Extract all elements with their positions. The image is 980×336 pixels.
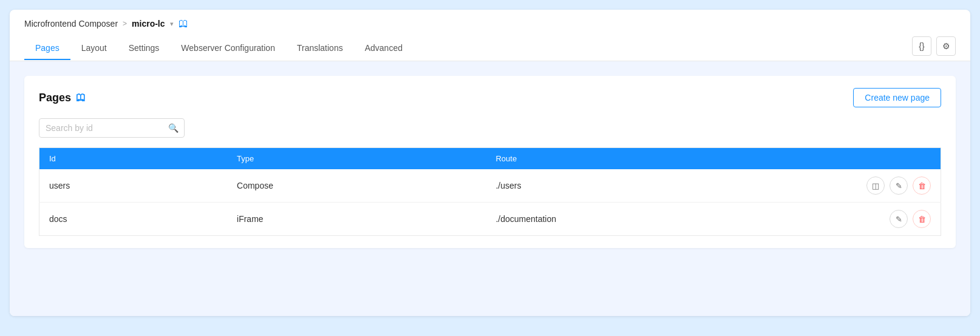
table-row: usersCompose./users◫✎🗑 bbox=[39, 169, 941, 203]
cell-type: iFrame bbox=[227, 203, 486, 236]
tab-advanced[interactable]: Advanced bbox=[354, 37, 413, 60]
edit-button[interactable]: ✎ bbox=[890, 176, 908, 195]
breadcrumb-dropdown-icon[interactable]: ▾ bbox=[170, 20, 174, 28]
pages-title: Pages 🕮 bbox=[39, 92, 86, 104]
nav-tabs: Pages Layout Settings Webserver Configur… bbox=[24, 37, 413, 60]
app-container: Microfrontend Composer > micro-lc ▾ 🕮 Pa… bbox=[10, 10, 970, 316]
action-buttons: ◫✎🗑 bbox=[866, 176, 931, 195]
code-editor-button[interactable]: {} bbox=[912, 36, 931, 56]
cell-type: Compose bbox=[227, 169, 486, 203]
nav-actions: {} ⚙ bbox=[912, 36, 956, 61]
breadcrumb: Microfrontend Composer > micro-lc ▾ 🕮 bbox=[24, 18, 956, 29]
table-row: docsiFrame./documentation✎🗑 bbox=[39, 203, 941, 236]
nav-row: Pages Layout Settings Webserver Configur… bbox=[24, 36, 956, 61]
breadcrumb-current[interactable]: micro-lc bbox=[132, 19, 165, 29]
create-new-page-button[interactable]: Create new page bbox=[853, 88, 941, 107]
tab-webserver[interactable]: Webserver Configuration bbox=[170, 37, 286, 60]
edit-button[interactable]: ✎ bbox=[890, 210, 908, 228]
compose-button[interactable]: ◫ bbox=[866, 176, 885, 195]
table-header-row: Id Type Route bbox=[39, 148, 941, 170]
cell-actions: ◫✎🗑 bbox=[857, 169, 941, 203]
delete-button[interactable]: 🗑 bbox=[913, 210, 931, 228]
gear-icon: ⚙ bbox=[942, 41, 950, 51]
cell-route: ./documentation bbox=[486, 203, 857, 236]
pages-card: Pages 🕮 Create new page 🔍 Id Type Route bbox=[24, 76, 956, 248]
pages-table: Id Type Route usersCompose./users◫✎🗑docs… bbox=[39, 147, 941, 236]
action-buttons: ✎🗑 bbox=[866, 210, 931, 228]
cell-route: ./users bbox=[486, 169, 857, 203]
pages-header: Pages 🕮 Create new page bbox=[39, 88, 941, 107]
col-type: Type bbox=[227, 148, 486, 170]
cell-id: docs bbox=[39, 203, 228, 236]
pages-title-text: Pages bbox=[39, 92, 71, 104]
col-id: Id bbox=[39, 148, 228, 170]
cell-actions: ✎🗑 bbox=[857, 203, 941, 236]
tab-translations[interactable]: Translations bbox=[286, 37, 354, 60]
main-content: Pages 🕮 Create new page 🔍 Id Type Route bbox=[10, 61, 970, 316]
settings-button[interactable]: ⚙ bbox=[936, 36, 956, 56]
code-icon: {} bbox=[919, 41, 924, 51]
col-actions bbox=[857, 148, 941, 170]
search-row: 🔍 bbox=[39, 118, 941, 138]
search-input-wrap: 🔍 bbox=[39, 118, 185, 138]
delete-button[interactable]: 🗑 bbox=[913, 176, 931, 195]
table-body: usersCompose./users◫✎🗑docsiFrame./docume… bbox=[39, 169, 941, 236]
pages-title-icon: 🕮 bbox=[76, 92, 86, 103]
tab-pages[interactable]: Pages bbox=[24, 37, 70, 60]
col-route: Route bbox=[486, 148, 857, 170]
header: Microfrontend Composer > micro-lc ▾ 🕮 Pa… bbox=[10, 10, 970, 61]
breadcrumb-parent: Microfrontend Composer bbox=[24, 19, 118, 29]
breadcrumb-separator: > bbox=[123, 19, 127, 28]
search-input[interactable] bbox=[39, 118, 185, 138]
cell-id: users bbox=[39, 169, 228, 203]
tab-settings[interactable]: Settings bbox=[118, 37, 171, 60]
table-header: Id Type Route bbox=[39, 148, 941, 170]
breadcrumb-book-icon[interactable]: 🕮 bbox=[179, 18, 188, 29]
tab-layout[interactable]: Layout bbox=[70, 37, 118, 60]
